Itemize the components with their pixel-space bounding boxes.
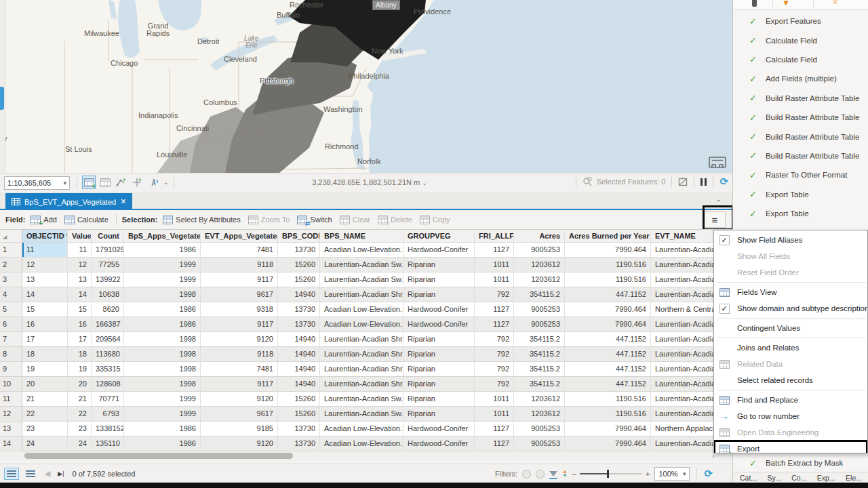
history-tool-icon[interactable] <box>752 0 757 7</box>
table-cell[interactable]: 14 <box>68 287 92 302</box>
menu-item-select-related-records[interactable]: Select related records <box>714 372 867 388</box>
column-header[interactable]: GROUPVEG <box>403 229 475 243</box>
table-cell[interactable]: 7990.464 <box>565 243 651 258</box>
column-header[interactable]: Acres <box>514 229 565 243</box>
history-item[interactable]: ✓Build Raster Attribute Table <box>733 127 868 146</box>
table-cell[interactable]: 9117 <box>201 317 278 332</box>
first-record-button[interactable]: ◀| <box>45 470 51 477</box>
table-cell[interactable]: 11 <box>22 243 68 258</box>
row-number[interactable]: 14 <box>0 436 22 451</box>
table-cell[interactable]: Laurentian-Acadian Shr... <box>320 332 403 347</box>
north-arrow-caret-icon[interactable]: ⌄ <box>163 179 169 186</box>
table-cell[interactable]: 14 <box>22 287 68 302</box>
table-cell[interactable]: 792 <box>475 377 514 392</box>
table-cell[interactable]: 135110 <box>92 436 124 451</box>
table-cell[interactable]: 354115.2 <box>514 332 565 347</box>
table-cell[interactable]: 15260 <box>278 407 320 422</box>
table-row[interactable]: 21212772551999911815260Laurentian-Acadia… <box>0 258 732 272</box>
table-row[interactable]: 1020201286081998911714940Laurentian-Acad… <box>0 377 732 392</box>
table-cell[interactable]: 13730 <box>278 243 320 258</box>
table-row[interactable]: 5151586201986931813730Acadian Low-Elevat… <box>0 302 732 317</box>
table-cell[interactable]: 9318 <box>201 302 278 317</box>
table-cell[interactable]: 1998 <box>124 332 201 347</box>
table-cell[interactable]: Laurentian-Acadian Sw... <box>320 258 403 272</box>
table-cell[interactable]: 13730 <box>278 302 320 317</box>
table-cell[interactable]: 1127 <box>475 243 514 258</box>
table-cell[interactable]: 15260 <box>278 258 320 272</box>
history-item-partial[interactable]: ✓ Batch Extract by Mask <box>733 454 868 472</box>
table-zoom-combo[interactable]: 100% ▾ <box>654 467 690 481</box>
table-cell[interactable]: 792 <box>475 362 514 377</box>
table-cell[interactable]: 9117 <box>201 272 278 287</box>
table-row[interactable]: 1111117910251986748113730Acadian Low-Ele… <box>0 243 732 258</box>
copy-button[interactable]: Copy <box>418 214 452 226</box>
row-number[interactable]: 1 <box>0 243 22 258</box>
table-cell[interactable]: 19 <box>22 362 68 377</box>
table-cell[interactable]: 14940 <box>278 377 320 392</box>
range-filter-icon[interactable] <box>536 470 545 479</box>
table-cell[interactable]: 16 <box>22 317 68 332</box>
table-cell[interactable]: 6793 <box>92 407 124 422</box>
table-cell[interactable]: 1998 <box>124 287 201 302</box>
refresh-table-icon[interactable]: ⟳ <box>704 469 713 479</box>
history-item[interactable]: ✓Export Table <box>733 185 868 204</box>
table-cell[interactable]: Laurentian-Acadian Shr... <box>320 287 403 302</box>
history-item[interactable]: ✓Build Raster Attribute Table <box>733 146 868 165</box>
table-cell[interactable]: 1190.516 <box>565 392 651 407</box>
menu-item-fields-view[interactable]: Fields View <box>714 284 867 300</box>
table-cell[interactable]: 7481 <box>201 362 278 377</box>
table-cell[interactable]: 9185 <box>201 422 278 436</box>
table-cell[interactable]: 9120 <box>201 436 278 451</box>
table-cell[interactable]: 9617 <box>201 407 278 422</box>
add-point-icon[interactable]: + <box>131 176 144 189</box>
table-cell[interactable]: 1998 <box>124 377 201 392</box>
table-cell[interactable]: 15 <box>68 302 92 317</box>
close-tab-icon[interactable]: ✕ <box>120 197 126 206</box>
table-cell[interactable]: 20 <box>68 377 92 392</box>
table-cell[interactable]: 792 <box>475 347 514 362</box>
row-number[interactable]: 4 <box>0 287 22 302</box>
table-cell[interactable]: 18 <box>22 347 68 362</box>
table-cell[interactable]: Riparian <box>403 287 475 302</box>
column-header[interactable]: OBJECTID * <box>22 229 68 243</box>
table-cell[interactable]: 14940 <box>278 332 320 347</box>
table-row[interactable]: 717172095641998912014940Laurentian-Acadi… <box>0 332 732 347</box>
table-cell[interactable]: 19 <box>68 362 92 377</box>
table-cell[interactable]: 15260 <box>278 392 320 407</box>
table-cell[interactable]: Riparian <box>403 347 475 362</box>
table-cell[interactable]: 7990.464 <box>565 302 651 317</box>
history-item[interactable]: ✓Export Features <box>733 12 868 30</box>
table-cell[interactable]: 1203612 <box>514 407 565 422</box>
panel-tab-sy[interactable]: Sy... <box>768 474 781 482</box>
panel-tab-exp[interactable]: Exp... <box>817 474 835 482</box>
table-cell[interactable]: 9117 <box>201 377 278 392</box>
history-item[interactable]: ✓Export Table <box>733 204 868 223</box>
table-cell[interactable]: 21 <box>22 392 68 407</box>
map-coordinates[interactable]: 3,238,428.65E 1,882,501.21N m ⌄ <box>292 178 448 186</box>
delete-selected-button[interactable]: Delete <box>376 214 414 226</box>
table-cell[interactable]: 1127 <box>475 302 514 317</box>
table-cell[interactable]: 14940 <box>278 362 320 377</box>
map-view[interactable]: RochesterBuffaloAlbanyProvidenceMilwauke… <box>0 0 732 173</box>
menu-item-show-field-aliases[interactable]: ✓Show Field Aliases <box>714 232 867 248</box>
table-cell[interactable]: 1011 <box>475 272 514 287</box>
row-number[interactable]: 9 <box>0 362 22 377</box>
table-cell[interactable]: 9005253 <box>514 243 565 258</box>
table-cell[interactable]: 22 <box>68 407 92 422</box>
table-cell[interactable]: 9005253 <box>514 422 565 436</box>
row-header-corner[interactable]: ◢ <box>0 229 22 243</box>
table-cell[interactable]: 1999 <box>124 392 201 407</box>
table-cell[interactable]: 9120 <box>201 392 278 407</box>
table-cell[interactable]: 17 <box>68 332 92 347</box>
table-cell[interactable]: Hardwood-Conifer <box>403 302 475 317</box>
table-cell[interactable]: 1203612 <box>514 258 565 272</box>
table-cell[interactable]: 18 <box>68 347 92 362</box>
table-cell[interactable]: 9118 <box>201 258 278 272</box>
last-record-button[interactable]: ▶| <box>58 470 64 477</box>
table-cell[interactable]: 209564 <box>92 332 124 347</box>
row-number[interactable]: 8 <box>0 347 22 362</box>
table-view-icon[interactable] <box>4 468 19 480</box>
row-number[interactable]: 10 <box>0 377 22 392</box>
grid-icon[interactable] <box>98 176 112 189</box>
table-zoom-slider[interactable]: – + <box>572 470 650 478</box>
